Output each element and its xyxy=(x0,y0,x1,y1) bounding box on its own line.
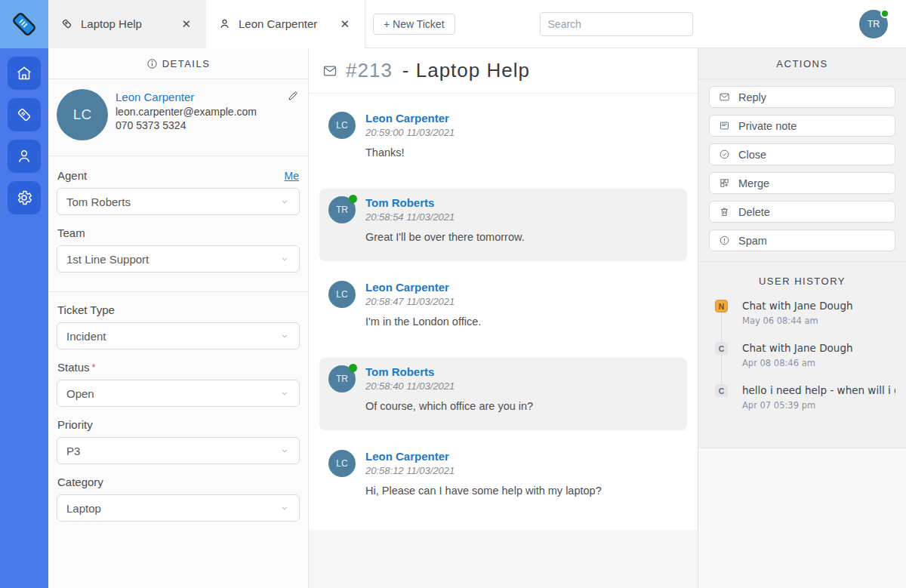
user-history-section: USER HISTORY N Chat with Jane Dough May … xyxy=(698,262,906,448)
person-icon xyxy=(15,147,33,165)
message-text: Of course, which office are you in? xyxy=(365,400,678,412)
home-icon xyxy=(15,64,33,82)
message-text: Thanks! xyxy=(365,146,678,159)
actions-panel: ACTIONS Reply Priv xyxy=(698,48,906,588)
new-ticket-button[interactable]: + New Ticket xyxy=(373,14,455,35)
info-icon xyxy=(146,58,158,69)
envelope-icon xyxy=(719,91,730,103)
history-title: Chat with Jane Dough xyxy=(742,342,895,354)
spam-button[interactable]: Spam xyxy=(709,229,895,251)
message-sender-link[interactable]: Tom Roberts xyxy=(365,196,455,209)
contact-name-link[interactable]: Leon Carpenter xyxy=(116,91,257,103)
message-timestamp: 20:58:40 11/03/2021 xyxy=(365,380,455,392)
message-sender-link[interactable]: Tom Roberts xyxy=(365,365,455,378)
history-date: May 06 08:44 am xyxy=(742,316,895,326)
message-item: LC Leon Carpenter 20:58:12 11/03/2021 Hi… xyxy=(319,442,687,515)
assign-to-me-link[interactable]: Me xyxy=(285,170,299,182)
app-logo[interactable] xyxy=(0,0,48,48)
avatar: LC xyxy=(328,112,356,139)
ticket-id: #213 xyxy=(346,59,393,82)
chevron-down-icon xyxy=(279,503,290,513)
agent-value: Tom Roberts xyxy=(66,195,131,208)
nav-users-button[interactable] xyxy=(8,140,41,173)
action-label: Private note xyxy=(738,120,797,132)
main-content: DETAILS LC Leon Carpenter leon.carpenter… xyxy=(48,48,906,588)
ticket-form: Agent Me Tom Roberts Team 1st Line Suppo… xyxy=(48,156,308,522)
tab-label: Leon Carpenter xyxy=(239,17,329,30)
agent-label: Agent xyxy=(57,169,87,182)
category-value: Laptop xyxy=(66,502,101,515)
message-item: LC Leon Carpenter 20:58:47 11/03/2021 I'… xyxy=(319,273,687,346)
message-sender-link[interactable]: Leon Carpenter xyxy=(365,281,455,294)
ticket-type-label: Ticket Type xyxy=(57,303,115,316)
section-divider xyxy=(48,291,308,292)
edit-contact-button[interactable] xyxy=(287,90,299,105)
priority-label: Priority xyxy=(57,418,93,431)
avatar-initials: TR xyxy=(336,374,348,384)
avatar-initials: TR xyxy=(867,19,880,29)
pencil-icon xyxy=(287,90,299,102)
priority-select[interactable]: P3 xyxy=(57,437,300,464)
ticket-type-value: Incident xyxy=(66,330,106,343)
actions-section: ACTIONS Reply Priv xyxy=(698,48,906,262)
top-bar: Laptop Help ✕ Leon Carpenter ✕ + New Tic… xyxy=(48,0,906,48)
panel-background xyxy=(698,448,906,588)
search-box xyxy=(540,12,693,36)
team-select[interactable]: 1st Line Support xyxy=(57,245,300,272)
nav-settings-button[interactable] xyxy=(8,181,41,214)
action-label: Merge xyxy=(738,177,769,189)
message-text: Hi, Please can I have some help with my … xyxy=(365,485,678,497)
nav-tickets-button[interactable] xyxy=(8,98,41,131)
tab-laptop-help[interactable]: Laptop Help ✕ xyxy=(48,0,206,48)
category-select[interactable]: Laptop xyxy=(57,494,300,522)
delete-button[interactable]: Delete xyxy=(709,201,895,223)
message-sender-link[interactable]: Leon Carpenter xyxy=(365,112,455,125)
search-input[interactable] xyxy=(548,18,685,30)
status-select[interactable]: Open xyxy=(57,380,300,407)
ticket-icon xyxy=(60,17,73,30)
message-text: Great I'll be over there tomorrow. xyxy=(365,231,678,243)
chat-badge: C xyxy=(715,384,728,397)
user-history-header: USER HISTORY xyxy=(698,262,906,300)
message-sender-link[interactable]: Leon Carpenter xyxy=(365,450,455,463)
message-timestamp: 20:58:12 11/03/2021 xyxy=(365,465,455,476)
message-timestamp: 20:59:00 11/03/2021 xyxy=(365,127,455,138)
current-user-avatar[interactable]: TR xyxy=(859,10,888,38)
history-item[interactable]: N Chat with Jane Dough May 06 08:44 am xyxy=(698,300,906,326)
ticket-icon xyxy=(15,106,33,124)
thread-background xyxy=(309,530,698,588)
team-value: 1st Line Support xyxy=(66,253,149,266)
ticket-thread-column: #213 - Laptop Help LC Leon Carpenter xyxy=(309,48,698,588)
close-ticket-button[interactable]: Close xyxy=(709,143,895,165)
action-label: Delete xyxy=(738,206,770,218)
merge-icon xyxy=(719,177,730,189)
history-title: hello i need help - when will i get xyxy=(742,384,895,396)
avatar: LC xyxy=(328,450,356,477)
nav-sidebar xyxy=(0,0,48,588)
nav-home-button[interactable] xyxy=(8,57,41,90)
chat-badge: C xyxy=(715,342,728,355)
gear-icon xyxy=(15,189,33,207)
private-note-button[interactable]: Private note xyxy=(709,115,895,137)
user-history-title: USER HISTORY xyxy=(759,276,846,287)
tab-leon-carpenter[interactable]: Leon Carpenter ✕ xyxy=(206,0,365,48)
reply-button[interactable]: Reply xyxy=(709,86,895,108)
chevron-down-icon xyxy=(279,388,290,399)
chevron-down-icon xyxy=(279,254,290,264)
details-title: DETAILS xyxy=(162,58,211,69)
actions-header: ACTIONS xyxy=(698,48,906,79)
merge-button[interactable]: Merge xyxy=(709,172,895,194)
avatar: LC xyxy=(328,281,356,308)
history-item[interactable]: C hello i need help - when will i get Ap… xyxy=(698,384,906,411)
online-status-dot xyxy=(349,364,357,372)
close-tab-icon[interactable]: ✕ xyxy=(337,16,353,32)
message-item: TR Tom Roberts 20:58:40 11/03/2021 Of co… xyxy=(319,358,687,430)
status-value: Open xyxy=(66,387,94,400)
ticket-logo-icon xyxy=(9,9,39,39)
agent-select[interactable]: Tom Roberts xyxy=(57,188,300,215)
ticket-type-select[interactable]: Incident xyxy=(57,322,300,349)
actions-title: ACTIONS xyxy=(776,58,827,69)
message-timestamp: 20:58:47 11/03/2021 xyxy=(365,296,455,307)
history-item[interactable]: C Chat with Jane Dough Apr 08 08:46 am xyxy=(698,342,906,368)
close-tab-icon[interactable]: ✕ xyxy=(178,16,194,32)
